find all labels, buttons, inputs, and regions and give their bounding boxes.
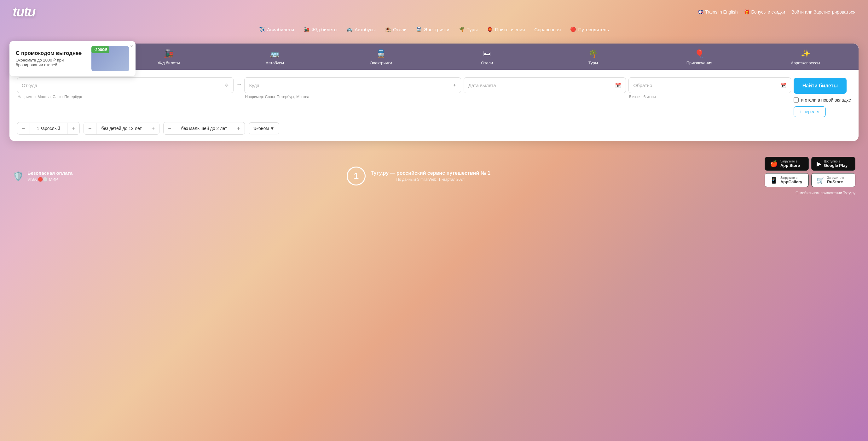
to-hint: Например: Санкт-Петербург, Москва — [244, 95, 461, 99]
nav-suburban[interactable]: 🚆Электрички — [416, 27, 449, 32]
tab-hotels[interactable]: 🛏 Отели — [434, 43, 540, 70]
rating-subtitle: По данным SimilarWeb, 1 квартал 2024 — [371, 177, 490, 182]
return-input[interactable] — [633, 83, 780, 88]
nav-guide[interactable]: 🔴Путеводитель — [570, 27, 609, 32]
from-field-group: ✈ Например: Москва, Санкт-Петербург — [17, 77, 234, 99]
nav-hotels[interactable]: 🏨Отели — [385, 27, 407, 32]
tab-buses-label: Автобусы — [266, 61, 284, 65]
auth-links: Войти или Зарегистрироваться — [792, 9, 856, 14]
nav-reference[interactable]: Справочная — [534, 27, 561, 32]
tab-trains-label: Ж/д билеты — [158, 61, 180, 65]
find-tickets-button[interactable]: Найти билеты — [794, 78, 846, 94]
to-plane-icon: ✈ — [453, 83, 456, 88]
to-input[interactable] — [249, 83, 452, 88]
tab-aeroexpress-icon: ✨ — [801, 49, 810, 58]
rating-text: Туту.ру — российский сервис путешествий … — [371, 170, 490, 182]
topbar: tutu 🇬🇧 Trains in English 🎁 Бонусы и ски… — [0, 0, 868, 24]
app-gallery-badge[interactable]: 📱 Загрузите в AppGallery — [765, 173, 809, 187]
tab-aeroexpress-label: Аэроэкспрессы — [791, 61, 820, 65]
tab-tours-label: Туры — [588, 61, 598, 65]
date-input-wrapper[interactable]: 📅 — [464, 77, 626, 93]
adults-value: 1 взрослый — [30, 123, 67, 134]
adults-plus-button[interactable]: + — [67, 122, 80, 135]
tab-suburban[interactable]: 🚆 Электрички — [328, 43, 434, 70]
children-counter: − без детей до 12 лет + — [84, 122, 159, 135]
to-field-group: ✈ Например: Санкт-Петербург, Москва — [244, 77, 461, 99]
uk-flag-icon: 🇬🇧 — [698, 9, 704, 14]
mobile-app-link[interactable]: О мобильном приложении Туту.ру — [796, 191, 856, 195]
payment-shield-icon: 🛡️ — [12, 171, 24, 181]
google-play-badge[interactable]: ▶ Доступно в Google Play — [811, 157, 856, 171]
bonuses-link[interactable]: 🎁 Бонусы и скидки — [744, 9, 785, 14]
trains-english-label: Trains in English — [705, 9, 738, 14]
rating-badge: 1 — [347, 167, 366, 185]
children-minus-button[interactable]: − — [84, 122, 96, 135]
tab-aeroexpress[interactable]: ✨ Аэроэкспрессы — [752, 43, 859, 70]
infants-plus-button[interactable]: + — [232, 122, 245, 135]
return-hint: 5 июня, 6 июня — [628, 95, 791, 99]
from-hint: Например: Москва, Санкт-Петербург — [17, 95, 234, 99]
tab-buses[interactable]: 🚌 Автобусы — [222, 43, 328, 70]
nav-buses[interactable]: 🚌Автобусы — [347, 27, 376, 32]
google-play-icon: ▶ — [817, 160, 822, 168]
promo-close-button[interactable]: × — [130, 43, 133, 49]
nav-trains[interactable]: 🚂Ж/д билеты — [304, 27, 337, 32]
to-input-wrapper[interactable]: ✈ — [244, 77, 461, 93]
tab-adventures-icon: 🎈 — [695, 49, 704, 58]
tab-trains-icon: 🚂 — [164, 49, 173, 58]
bonuses-label: Бонусы и скидки — [751, 9, 785, 14]
nav-buses-icon: 🚌 — [347, 27, 353, 32]
children-plus-button[interactable]: + — [147, 122, 159, 135]
date-field-group: 📅 — [464, 77, 626, 93]
promo-banner: С промокодом выгоднее Экономьте до 2000 … — [9, 41, 135, 76]
return-calendar-icon: 📅 — [780, 82, 786, 88]
search-form: ✈ Например: Москва, Санкт-Петербург → ✈ … — [9, 70, 859, 141]
date-calendar-icon: 📅 — [615, 82, 621, 88]
promo-badge: -2000₽ — [91, 46, 110, 53]
from-input[interactable] — [22, 83, 225, 88]
rustore-badge[interactable]: 🛒 Загрузите в RuStore — [811, 173, 856, 187]
hotel-check-input[interactable] — [794, 97, 799, 102]
login-link[interactable]: Войти — [792, 9, 804, 14]
passengers-row: − 1 взрослый + − без детей до 12 лет + −… — [17, 122, 851, 135]
tab-hotels-icon: 🛏 — [483, 49, 491, 58]
google-play-text: Доступно в Google Play — [824, 159, 847, 168]
adults-minus-button[interactable]: − — [17, 122, 30, 135]
footer: 🛡️ Безопасная оплата VISA 🔴⚪ МИР 1 Туту.… — [0, 147, 868, 205]
children-value: без детей до 12 лет — [96, 123, 147, 134]
add-flight-button[interactable]: + перелет — [794, 106, 826, 117]
tab-hotels-label: Отели — [481, 61, 493, 65]
hotel-check-text: и отели в новой вкладке — [801, 97, 851, 102]
search-widget: ✈️ Авиабилеты 🚂 Ж/д билеты 🚌 Автобусы 🚆 … — [9, 43, 859, 141]
top-right-nav: 🇬🇧 Trains in English 🎁 Бонусы и скидки В… — [698, 9, 856, 14]
tab-adventures-label: Приключения — [686, 61, 712, 65]
nav-adventures[interactable]: 🏮Приключения — [487, 27, 525, 32]
nav-suburban-icon: 🚆 — [416, 27, 422, 32]
nav-tours[interactable]: 🌴Туры — [459, 27, 478, 32]
return-input-wrapper[interactable]: 📅 — [628, 77, 791, 93]
tab-tours-icon: 🌴 — [588, 49, 598, 58]
hotel-check-label[interactable]: и отели в новой вкладке — [794, 97, 851, 102]
tab-adventures[interactable]: 🎈 Приключения — [646, 43, 753, 70]
rating-title: Туту.ру — российский сервис путешествий … — [371, 170, 490, 176]
class-select[interactable]: Эконом ▼ — [249, 122, 279, 135]
adults-counter: − 1 взрослый + — [17, 122, 80, 135]
rustore-icon: 🛒 — [817, 176, 825, 184]
nav-flights[interactable]: ✈️Авиабилеты — [259, 27, 294, 32]
apple-icon: 🍎 — [770, 160, 778, 168]
app-gallery-text: Загрузите в AppGallery — [780, 176, 802, 184]
nav-hotels-icon: 🏨 — [385, 27, 391, 32]
service-tabs: ✈️ Авиабилеты 🚂 Ж/д билеты 🚌 Автобусы 🚆 … — [9, 43, 859, 70]
app-store-text: Загрузите в App Store — [780, 159, 800, 168]
app-store-badge[interactable]: 🍎 Загрузите в App Store — [765, 157, 809, 171]
from-input-wrapper[interactable]: ✈ — [17, 77, 234, 93]
date-input[interactable] — [468, 83, 615, 88]
register-link[interactable]: Зарегистрироваться — [814, 9, 856, 14]
trains-english-link[interactable]: 🇬🇧 Trains in English — [698, 9, 738, 14]
promo-text: С промокодом выгоднее Экономьте до 2000 … — [16, 50, 86, 67]
infants-minus-button[interactable]: − — [163, 122, 176, 135]
tab-tours[interactable]: 🌴 Туры — [540, 43, 646, 70]
logo[interactable]: tutu — [12, 4, 35, 20]
footer-payment: 🛡️ Безопасная оплата VISA 🔴⚪ МИР — [12, 170, 72, 182]
main-nav: ✈️Авиабилеты 🚂Ж/д билеты 🚌Автобусы 🏨Отел… — [0, 24, 868, 37]
